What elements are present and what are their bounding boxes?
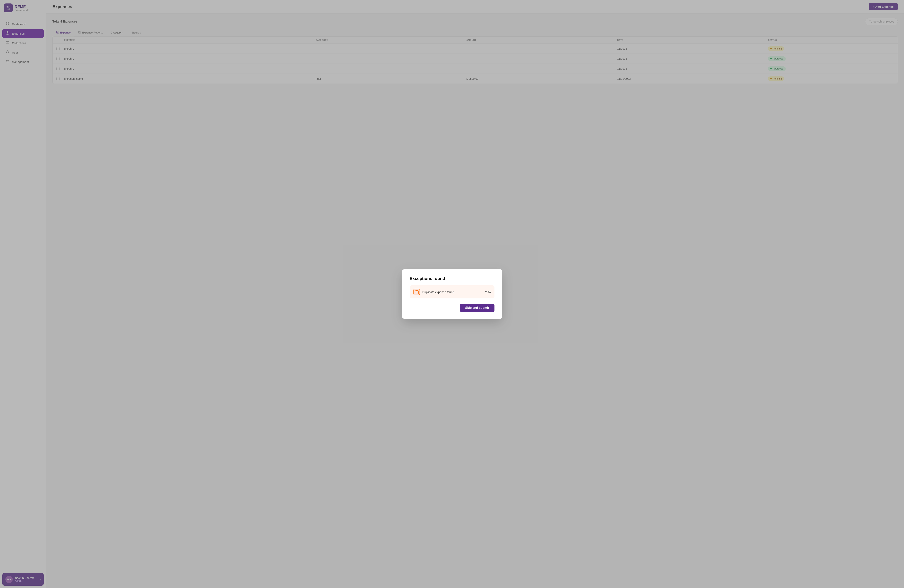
- view-link[interactable]: View: [485, 290, 491, 293]
- duplicate-warning-icon: [413, 288, 420, 295]
- exception-text: Duplicate expense found: [422, 290, 454, 293]
- exception-left: Duplicate expense found: [413, 288, 454, 295]
- exception-card: Duplicate expense found View: [410, 285, 495, 298]
- modal-overlay[interactable]: Exceptions found Duplicate expense found…: [0, 0, 904, 588]
- modal-title: Exceptions found: [410, 276, 495, 281]
- skip-and-submit-button[interactable]: Skip and submit: [460, 304, 495, 312]
- modal-footer: Skip and submit: [410, 304, 495, 312]
- svg-rect-25: [414, 289, 420, 295]
- exceptions-modal: Exceptions found Duplicate expense found…: [402, 269, 502, 319]
